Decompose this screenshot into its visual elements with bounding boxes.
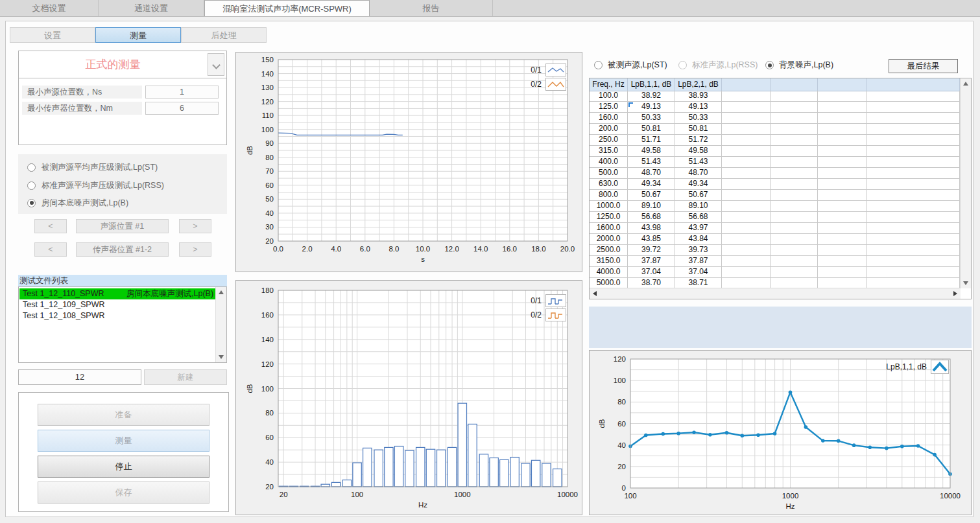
table-cell[interactable] xyxy=(866,135,960,145)
table-cell[interactable]: 200.0 xyxy=(590,124,628,134)
bar-series-blue-icon[interactable] xyxy=(545,294,566,307)
table-cell[interactable] xyxy=(722,179,771,189)
table-cell[interactable]: 3150.0 xyxy=(590,256,628,266)
table-cell[interactable] xyxy=(866,256,960,266)
sub-tab-1[interactable]: 测量 xyxy=(95,27,181,43)
table-cell[interactable] xyxy=(771,234,818,244)
table-cell[interactable]: 37.04 xyxy=(628,267,675,277)
table-cell[interactable] xyxy=(722,124,771,134)
table-cell[interactable]: 37.87 xyxy=(675,256,722,266)
table-cell[interactable]: 50.81 xyxy=(628,124,675,134)
table-cell[interactable] xyxy=(866,245,960,255)
line-series-result-icon[interactable] xyxy=(931,360,949,374)
table-cell[interactable] xyxy=(866,179,960,189)
table-cell[interactable] xyxy=(722,168,771,178)
table-cell[interactable] xyxy=(818,91,866,101)
scroll-up-icon[interactable] xyxy=(963,82,968,86)
table-cell[interactable]: 50.67 xyxy=(628,190,675,200)
table-cell[interactable]: 125.0 xyxy=(590,102,628,112)
table-cell[interactable] xyxy=(771,212,818,222)
table-row[interactable]: 5000.038.7038.71 xyxy=(590,278,961,288)
radio-icon[interactable] xyxy=(27,199,36,207)
table-cell[interactable] xyxy=(722,267,771,277)
table-cell[interactable]: 38.92 xyxy=(628,91,675,101)
table-cell[interactable] xyxy=(818,212,866,222)
table-row[interactable]: 160.050.3350.33 xyxy=(590,113,961,124)
table-cell[interactable]: 56.68 xyxy=(628,212,675,222)
sub-tab-0[interactable]: 设置 xyxy=(10,27,95,43)
table-cell[interactable] xyxy=(818,190,866,200)
table-cell[interactable]: 38.70 xyxy=(628,278,675,288)
prepare-button[interactable]: 准备 xyxy=(38,404,209,426)
test-type-option-0[interactable]: 被测声源平均声压级测试,Lp(ST) xyxy=(27,162,158,172)
min-mic-positions-input[interactable]: 6 xyxy=(145,102,219,115)
table-cell[interactable] xyxy=(866,146,960,156)
table-row[interactable]: 3150.037.8737.87 xyxy=(590,256,961,267)
table-cell[interactable] xyxy=(771,124,818,134)
sub-tab-2[interactable]: 后处理 xyxy=(181,27,267,43)
table-cell[interactable] xyxy=(771,113,818,123)
scroll-right-icon[interactable] xyxy=(953,291,957,296)
table-cell[interactable]: 500.0 xyxy=(590,168,628,178)
table-row[interactable]: 1250.056.6856.68 xyxy=(590,212,961,223)
table-cell[interactable]: 630.0 xyxy=(590,179,628,189)
table-row[interactable]: 630.049.3449.34 xyxy=(590,179,961,190)
scroll-down-icon[interactable] xyxy=(219,355,224,359)
file-list-scrollbar[interactable] xyxy=(215,287,226,362)
radio-icon[interactable] xyxy=(765,61,774,69)
line-series-orange-icon[interactable] xyxy=(545,78,566,91)
table-cell[interactable] xyxy=(722,102,771,112)
table-cell[interactable] xyxy=(866,168,960,178)
table-cell[interactable] xyxy=(818,234,866,244)
table-cell[interactable]: 49.13 xyxy=(675,102,722,112)
table-cell[interactable]: 38.71 xyxy=(675,278,722,288)
table-cell[interactable] xyxy=(771,146,818,156)
table-cell[interactable] xyxy=(722,91,771,101)
table-cell[interactable] xyxy=(771,179,818,189)
table-cell[interactable]: 1000.0 xyxy=(590,201,628,211)
table-row[interactable]: 1000.089.1089.10 xyxy=(590,201,961,212)
table-cell[interactable]: 48.70 xyxy=(628,168,675,178)
table-cell[interactable]: 39.72 xyxy=(628,245,675,255)
table-cell[interactable] xyxy=(771,256,818,266)
table-cell[interactable] xyxy=(722,190,771,200)
table-cell[interactable]: 43.85 xyxy=(628,234,675,244)
table-row[interactable]: 100.038.9238.93 xyxy=(590,91,961,102)
table-cell[interactable] xyxy=(722,146,771,156)
table-cell[interactable] xyxy=(866,102,960,112)
table-cell[interactable] xyxy=(722,256,771,266)
table-cell[interactable] xyxy=(866,124,960,134)
table-cell[interactable]: 37.04 xyxy=(675,267,722,277)
table-cell[interactable] xyxy=(866,113,960,123)
file-list-item[interactable]: Test 1_12_110_SPWR房间本底噪声测试,Lp(B) xyxy=(19,288,215,299)
table-cell[interactable]: 315.0 xyxy=(590,146,628,156)
table-cell[interactable] xyxy=(818,168,866,178)
table-cell[interactable]: 51.43 xyxy=(628,157,675,167)
file-number-input[interactable]: 12 xyxy=(18,369,141,385)
table-cell[interactable] xyxy=(771,245,818,255)
file-list-item[interactable]: Test 1_12_108_SPWR xyxy=(19,310,215,321)
table-cell[interactable] xyxy=(818,223,866,233)
table-row[interactable]: 125.049.1349.13 xyxy=(590,102,961,113)
table-cell[interactable]: 400.0 xyxy=(590,157,628,167)
dropdown-button[interactable] xyxy=(208,53,224,76)
table-cell[interactable] xyxy=(866,201,960,211)
main-tab-0[interactable]: 文档设置 xyxy=(0,0,99,16)
table-cell[interactable]: 800.0 xyxy=(590,190,628,200)
table-cell[interactable]: 50.33 xyxy=(628,113,675,123)
table-cell[interactable]: 49.58 xyxy=(675,146,722,156)
table-cell[interactable] xyxy=(722,201,771,211)
table-cell[interactable] xyxy=(818,245,866,255)
table-cell[interactable] xyxy=(866,278,960,288)
table-row[interactable]: 2500.039.7239.73 xyxy=(590,245,961,256)
table-cell[interactable]: 5000.0 xyxy=(590,278,628,288)
table-cell[interactable] xyxy=(818,278,866,288)
line-series-blue-icon[interactable] xyxy=(545,64,566,76)
table-cell[interactable]: 250.0 xyxy=(590,135,628,145)
table-cell[interactable] xyxy=(771,201,818,211)
table-cell[interactable]: 49.34 xyxy=(628,179,675,189)
bar-series-orange-icon[interactable] xyxy=(545,308,566,321)
table-row[interactable]: 250.051.7151.72 xyxy=(590,135,961,146)
source-position-next-button[interactable]: > xyxy=(179,219,211,233)
scroll-left-icon[interactable] xyxy=(593,291,597,296)
